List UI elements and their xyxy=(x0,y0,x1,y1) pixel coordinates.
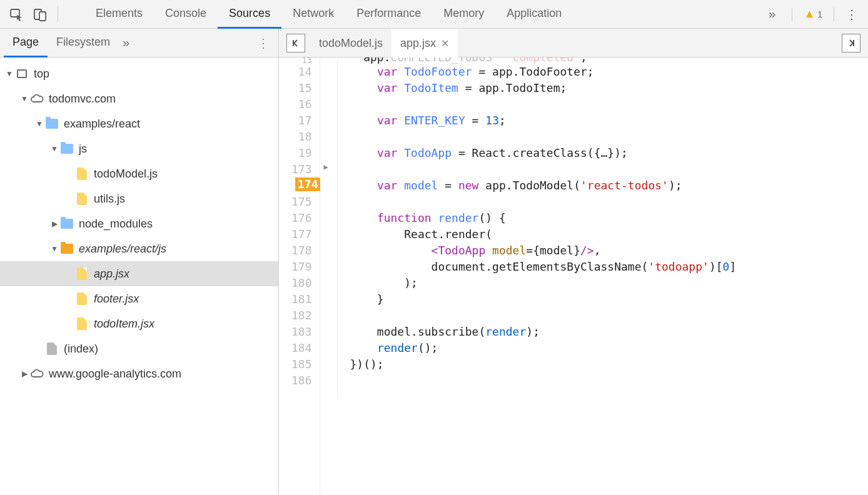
tree-node[interactable]: ▼todoModel.js xyxy=(0,161,278,186)
code-line[interactable]: })(); xyxy=(350,356,868,372)
panel-tab-sources[interactable]: Sources xyxy=(218,0,281,29)
devtools-menu-icon[interactable]: ⋮ xyxy=(842,7,862,22)
tree-node-label: (index) xyxy=(64,342,98,356)
code-line[interactable]: app.COMPLETED_TODOS completed , xyxy=(350,58,868,64)
navigator-tab-filesystem[interactable]: Filesystem xyxy=(48,29,119,58)
tree-node[interactable]: ▼examples/react xyxy=(0,111,278,136)
warnings-indicator[interactable]: ▲ 1 xyxy=(800,8,826,21)
line-number[interactable]: 16 xyxy=(291,96,312,112)
line-number[interactable]: 174 xyxy=(291,178,312,194)
line-number[interactable]: 13 xyxy=(291,58,312,64)
folder-icon xyxy=(45,117,59,131)
line-number[interactable]: 179 xyxy=(291,259,312,275)
code-line[interactable]: var model = new app.TodoModel('react-tod… xyxy=(350,178,868,194)
file-icon xyxy=(75,292,89,306)
line-number[interactable]: 18 xyxy=(291,129,312,145)
panel-tab-performance[interactable]: Performance xyxy=(345,0,432,29)
separator xyxy=(834,8,834,21)
close-tab-icon[interactable]: ✕ xyxy=(441,38,449,49)
line-gutter[interactable]: 1314151617181917317417517617717817918018… xyxy=(279,58,320,495)
code-line[interactable]: var TodoFooter = app.TodoFooter; xyxy=(350,64,868,80)
more-navigator-tabs-icon[interactable]: » xyxy=(123,36,129,50)
tree-node-label: todoItem.jsx xyxy=(94,318,154,331)
panel-tab-network[interactable]: Network xyxy=(281,0,345,29)
line-number[interactable]: 175 xyxy=(291,194,312,210)
panel-tab-elements[interactable]: Elements xyxy=(84,0,154,29)
line-number[interactable]: 185 xyxy=(291,356,312,372)
chevron-down-icon[interactable]: ▼ xyxy=(35,119,44,128)
code-line[interactable] xyxy=(350,372,868,389)
tree-node[interactable]: ▶www.google-analytics.com xyxy=(0,361,278,386)
chevron-down-icon[interactable]: ▼ xyxy=(20,94,29,103)
code-line[interactable]: <TodoApp model={model}/>, xyxy=(350,242,868,259)
code-line[interactable]: var TodoApp = React.createClass({…}); xyxy=(350,145,868,161)
code-line[interactable]: render(); xyxy=(350,340,868,356)
tree-node[interactable]: ▼utils.js xyxy=(0,186,278,211)
code-line[interactable] xyxy=(350,308,868,324)
line-number[interactable]: 176 xyxy=(291,210,312,226)
line-number[interactable]: 177 xyxy=(291,226,312,242)
navigator-tab-page[interactable]: Page xyxy=(4,29,48,58)
show-debugger-icon[interactable] xyxy=(842,34,860,52)
code-line[interactable]: var ENTER_KEY = 13; xyxy=(350,112,868,129)
fold-icon[interactable]: ▶ xyxy=(324,159,328,175)
line-number[interactable]: 184 xyxy=(291,340,312,356)
line-number[interactable]: 14 xyxy=(291,64,312,80)
line-number[interactable]: 181 xyxy=(291,291,312,308)
code-line[interactable] xyxy=(350,129,868,145)
code-line[interactable]: function render() { xyxy=(350,210,868,226)
tree-node[interactable]: ▼top xyxy=(0,61,278,86)
line-number[interactable]: 186 xyxy=(291,372,312,389)
code-line[interactable] xyxy=(350,194,868,210)
tree-node[interactable]: ▼examples/react/js xyxy=(0,236,278,261)
code-line[interactable]: model.subscribe(render); xyxy=(350,324,868,340)
line-number[interactable]: 182 xyxy=(291,308,312,324)
tree-node[interactable]: ▼js xyxy=(0,136,278,161)
device-toolbar-icon[interactable] xyxy=(30,4,50,24)
code-content[interactable]: app.COMPLETED_TODOS completed , var Todo… xyxy=(338,58,868,495)
panel-tab-memory[interactable]: Memory xyxy=(432,0,495,29)
line-number[interactable]: 178 xyxy=(291,242,312,259)
inspect-element-icon[interactable] xyxy=(6,4,26,24)
separator xyxy=(58,6,58,22)
tree-node[interactable]: ▼app.jsx xyxy=(0,261,278,286)
code-line[interactable]: document.getElementsByClassName('todoapp… xyxy=(350,259,868,275)
code-line[interactable] xyxy=(350,96,868,112)
navigator-menu-icon[interactable]: ⋮ xyxy=(252,36,275,51)
editor-tab[interactable]: app.jsx✕ xyxy=(391,29,458,58)
code-area[interactable]: 1314151617181917317417517617717817918018… xyxy=(279,58,868,495)
editor-tab[interactable]: todoModel.js xyxy=(310,29,391,58)
panel-tab-console[interactable]: Console xyxy=(154,0,218,29)
tree-node[interactable]: ▼footer.jsx xyxy=(0,286,278,311)
chevron-down-icon[interactable]: ▼ xyxy=(5,69,14,78)
fold-column[interactable]: ▶ xyxy=(320,58,338,399)
line-number[interactable]: 17 xyxy=(291,112,312,129)
line-number[interactable]: 183 xyxy=(291,324,312,340)
chevron-right-icon[interactable]: ▶ xyxy=(20,369,29,378)
more-panels-icon[interactable]: » xyxy=(761,7,783,21)
code-line[interactable]: React.render( xyxy=(350,226,868,242)
code-line[interactable]: ); xyxy=(350,275,868,291)
show-navigator-icon[interactable] xyxy=(286,34,305,52)
line-number[interactable]: 19 xyxy=(291,145,312,161)
tree-node[interactable]: ▼(index) xyxy=(0,336,278,361)
chevron-down-icon[interactable]: ▼ xyxy=(50,144,59,153)
chevron-right-icon[interactable]: ▶ xyxy=(50,219,59,228)
line-number[interactable]: 180 xyxy=(291,275,312,291)
line-number[interactable]: 173 xyxy=(291,161,312,178)
code-line[interactable] xyxy=(350,161,868,178)
panel-tab-application[interactable]: Application xyxy=(495,0,573,29)
tree-node[interactable]: ▶node_modules xyxy=(0,211,278,236)
code-line[interactable]: } xyxy=(350,291,868,308)
tree-node-label: todoModel.js xyxy=(94,168,158,181)
folder-icon xyxy=(60,142,74,156)
line-number[interactable]: 15 xyxy=(291,80,312,96)
code-line[interactable]: var TodoItem = app.TodoItem; xyxy=(350,80,868,96)
tree-node-label: node_modules xyxy=(79,218,153,231)
tree-node[interactable]: ▼todomvc.com xyxy=(0,86,278,111)
execution-line-marker[interactable]: 174 xyxy=(295,178,321,191)
tree-node[interactable]: ▼todoItem.jsx xyxy=(0,311,278,336)
tree-node-label: utils.js xyxy=(94,192,125,206)
chevron-down-icon[interactable]: ▼ xyxy=(50,244,59,253)
devtools-topbar: ElementsConsoleSourcesNetworkPerformance… xyxy=(0,0,868,29)
